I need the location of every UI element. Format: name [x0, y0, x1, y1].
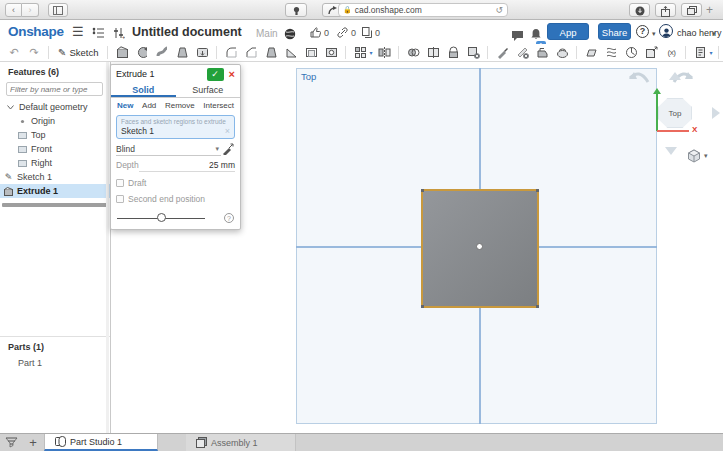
tab-solid[interactable]: Solid [111, 83, 176, 97]
tree-item-right-plane[interactable]: Right [0, 156, 110, 170]
help-caret-icon[interactable]: ▾ [652, 30, 656, 38]
likes-counter[interactable]: 0 [310, 27, 329, 38]
part-list-item[interactable]: Part 1 [18, 358, 42, 368]
clear-selection-icon[interactable]: × [225, 126, 230, 136]
revolve-icon[interactable] [134, 46, 150, 60]
cancel-x-button[interactable]: × [229, 68, 235, 81]
new-tab-button[interactable]: + [706, 3, 713, 17]
downloads-button[interactable] [629, 3, 650, 17]
rollback-slider[interactable] [117, 218, 205, 219]
browser-share-button[interactable] [655, 3, 676, 17]
browser-forward-button[interactable]: › [22, 3, 39, 17]
depth-input[interactable]: 25 mm [139, 160, 235, 172]
chevron-down-icon[interactable] [6, 105, 15, 110]
variable-icon[interactable]: (x) [663, 46, 679, 60]
view-options-button[interactable]: ▾ [687, 149, 708, 163]
second-end-checkbox[interactable] [116, 195, 124, 203]
extension-lightbulb-button[interactable] [285, 3, 307, 17]
thicken-icon[interactable] [194, 46, 210, 60]
refresh-icon[interactable]: ↺ [495, 5, 503, 15]
tab-assembly[interactable]: Assembly 1 [186, 434, 296, 451]
boolean-icon[interactable] [405, 46, 421, 60]
boss-icon[interactable] [554, 46, 570, 60]
browser-sidebar-button[interactable] [48, 3, 68, 17]
measure-menu-caret-icon[interactable]: ▾ [709, 49, 712, 56]
modify-fillet-icon[interactable] [445, 46, 461, 60]
plane-icon[interactable] [583, 46, 599, 60]
onshape-logo[interactable]: Onshape [8, 24, 64, 39]
undo-icon[interactable]: ↶ [6, 46, 22, 60]
viewcube-right-arrow[interactable] [712, 107, 720, 119]
loft-icon[interactable] [174, 46, 190, 60]
new-element-tab-icon[interactable]: + [22, 434, 44, 451]
app-store-button[interactable]: App Store [547, 23, 589, 40]
flip-direction-icon[interactable] [221, 143, 235, 155]
draft-checkbox[interactable] [116, 179, 124, 187]
mode-new[interactable]: New [117, 101, 133, 110]
delete-part-icon[interactable] [465, 46, 481, 60]
extrude-icon[interactable] [114, 46, 130, 60]
copies-counter[interactable]: 0 [362, 27, 380, 38]
tab-overview-button[interactable] [681, 3, 702, 17]
tree-item-front-plane[interactable]: Front [0, 142, 110, 156]
tree-item-default-geometry[interactable]: Default geometry [0, 100, 110, 114]
selection-value[interactable]: Sketch 1 [121, 126, 154, 136]
tree-item-origin[interactable]: Origin [0, 114, 110, 128]
selection-box[interactable]: Faces and sketch regions to extrude Sket… [116, 115, 235, 139]
viewcube-top-face[interactable]: Top [658, 98, 692, 128]
tree-item-extrude1[interactable]: Extrude 1 [0, 184, 110, 198]
manage-tabs-icon[interactable] [0, 434, 22, 451]
public-globe-icon[interactable] [284, 26, 296, 44]
share-button[interactable]: Share [598, 23, 631, 40]
redo-icon[interactable]: ↷ [26, 46, 42, 60]
slider-handle[interactable] [157, 213, 166, 222]
end-condition-dropdown[interactable]: Blind ▾ [116, 142, 221, 156]
feature-filter-input[interactable] [6, 82, 103, 96]
chamfer-icon[interactable] [243, 46, 259, 60]
sketch-button[interactable]: ✎ Sketch [55, 47, 101, 58]
user-menu-caret-icon[interactable]: ▾ [712, 30, 716, 38]
accept-checkmark-button[interactable]: ✓ [207, 68, 224, 81]
main-menu-icon[interactable]: ☰ [72, 24, 84, 39]
dialog-help-icon[interactable]: ? [224, 213, 234, 223]
mode-add[interactable]: Add [142, 101, 156, 110]
sphere-icon[interactable] [623, 46, 639, 60]
vertex-dot[interactable] [536, 305, 539, 308]
browser-back-button[interactable]: ‹ [5, 3, 22, 17]
pattern-menu-caret-icon[interactable]: ▾ [369, 49, 372, 56]
vertex-dot[interactable] [421, 305, 424, 308]
tab-surface[interactable]: Surface [176, 83, 241, 97]
shell-icon[interactable] [303, 46, 319, 60]
rib-icon[interactable] [283, 46, 299, 60]
tree-item-top-plane[interactable]: Top [0, 128, 110, 142]
helix-icon[interactable] [603, 46, 619, 60]
vertex-dot[interactable] [536, 189, 539, 192]
dialog-header[interactable]: Extrude 1 ✓ × [111, 65, 240, 83]
rotate-left-arrow-icon[interactable] [628, 70, 650, 86]
document-title[interactable]: Untitled document [132, 25, 242, 39]
split-icon[interactable] [425, 46, 441, 60]
help-icon[interactable]: ? [636, 25, 649, 38]
versions-icon[interactable] [92, 25, 105, 43]
viewcube-up-arrow[interactable] [669, 72, 681, 80]
workspace-branch-label[interactable]: Main [256, 28, 278, 39]
links-counter[interactable]: 0 [337, 27, 356, 38]
mirror-icon[interactable] [376, 46, 392, 60]
panel-scrollbar[interactable] [106, 62, 109, 433]
linear-pattern-icon[interactable] [352, 46, 368, 60]
history-filter-icon[interactable]: + [113, 25, 125, 43]
user-avatar[interactable] [659, 24, 673, 38]
origin-marker[interactable] [476, 243, 483, 250]
draft-icon[interactable] [263, 46, 279, 60]
second-end-option[interactable]: Second end position [116, 194, 235, 204]
hole-icon[interactable] [323, 46, 339, 60]
transform-icon[interactable] [643, 46, 659, 60]
mode-remove[interactable]: Remove [165, 101, 195, 110]
move-face-icon[interactable] [494, 46, 510, 60]
rollback-bar[interactable] [2, 203, 108, 207]
tab-part-studio[interactable]: Part Studio 1 [44, 434, 158, 451]
measure-icon[interactable] [692, 46, 708, 60]
sweep-icon[interactable] [154, 46, 170, 60]
comment-icon[interactable] [511, 27, 524, 45]
offset-surface-icon[interactable] [534, 46, 550, 60]
